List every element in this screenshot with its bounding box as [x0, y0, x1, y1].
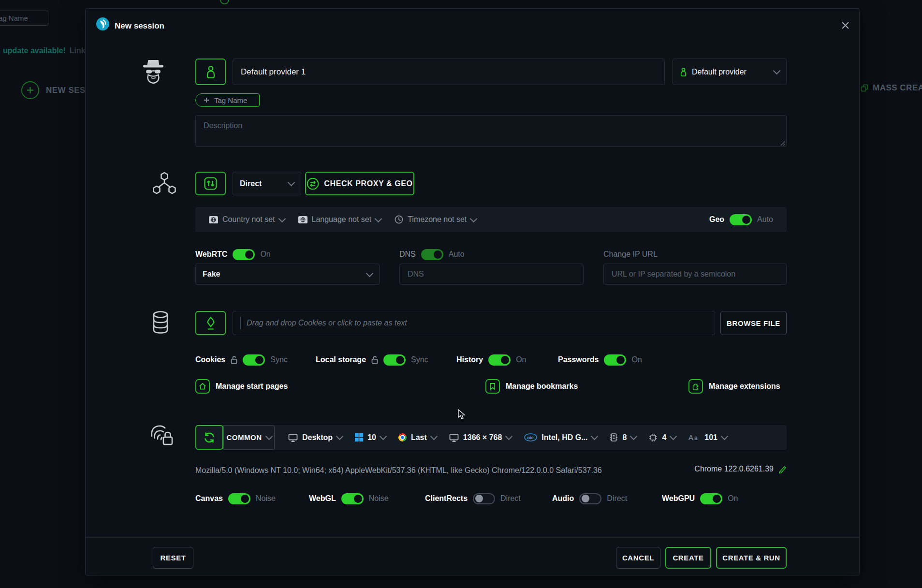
language-dropdown[interactable]: Language not set — [298, 215, 381, 224]
create-and-run-button[interactable]: CREATE & RUN — [716, 547, 787, 569]
browse-file-button[interactable]: BROWSE FILE — [720, 311, 787, 335]
history-toggle[interactable] — [488, 354, 511, 366]
passwords-toggle-group: Passwords On — [558, 353, 642, 366]
canvas-toggle[interactable] — [228, 493, 250, 504]
fingerprint-section-icon — [149, 423, 175, 447]
passwords-state: On — [631, 355, 642, 364]
mass-creation-background-button[interactable]: MASS CREATION — [861, 83, 922, 93]
cancel-button[interactable]: CANCEL — [616, 547, 660, 569]
cancel-label: CANCEL — [622, 554, 654, 562]
cpu-dropdown[interactable]: 4 — [649, 433, 676, 442]
create-button[interactable]: CREATE — [665, 547, 711, 569]
globe-icon — [298, 216, 307, 223]
geo-toggle[interactable] — [730, 214, 752, 225]
webgl-toggle[interactable] — [341, 493, 364, 504]
background-partial-icon — [220, 0, 229, 4]
local-storage-state: Sync — [411, 355, 428, 364]
fingerprint-preset-dropdown[interactable]: COMMON — [223, 425, 275, 450]
chevron-down-icon — [265, 433, 273, 441]
svg-text:intel: intel — [527, 435, 535, 440]
home-icon — [195, 379, 210, 394]
proxy-section-icon — [153, 172, 176, 194]
cpu-label: 4 — [662, 433, 666, 442]
user-agent-text: Mozilla/5.0 (Windows NT 10.0; Win64; x64… — [195, 466, 602, 475]
svg-text:A: A — [688, 433, 693, 441]
webgl-state: Noise — [369, 494, 389, 503]
reset-button[interactable]: RESET — [153, 547, 193, 569]
windows-icon — [355, 433, 363, 441]
refresh-icon — [203, 431, 216, 444]
description-textarea[interactable] — [195, 115, 787, 147]
manage-extensions-label: Manage extensions — [709, 382, 780, 391]
webrtc-toggle[interactable] — [233, 249, 255, 260]
country-dropdown[interactable]: Country not set — [209, 215, 285, 224]
chevron-down-icon — [721, 433, 729, 441]
audio-state: Direct — [607, 494, 627, 503]
proxy-mode-label: Direct — [240, 179, 262, 188]
manage-bookmarks-button[interactable]: Manage bookmarks — [485, 379, 578, 394]
close-icon[interactable] — [839, 19, 851, 31]
footer-divider — [86, 537, 859, 538]
proxy-mode-dropdown[interactable]: Direct — [233, 172, 301, 195]
puzzle-icon — [688, 379, 703, 394]
add-tag-button[interactable]: Tag Name — [195, 93, 260, 107]
reset-label: RESET — [160, 554, 186, 562]
plus-circle-icon — [21, 81, 39, 99]
manage-start-pages-label: Manage start pages — [216, 382, 288, 391]
background-tag-name-input[interactable]: ag Name — [0, 11, 48, 26]
dns-label: DNS — [399, 250, 416, 259]
gpu-dropdown[interactable]: intel Intel, HD G... — [524, 433, 597, 442]
new-session-background-button[interactable]: NEW SESS — [21, 81, 91, 99]
device-type-label: Desktop — [302, 433, 333, 442]
create-and-run-label: CREATE & RUN — [722, 554, 780, 562]
ram-label: 8 — [622, 433, 627, 442]
fonts-dropdown[interactable]: Aa 101 — [688, 433, 727, 442]
cookies-drop-zone[interactable]: Drag and drop Cookies or click to paste … — [233, 311, 715, 335]
mass-creation-label: MASS CREATION — [873, 83, 922, 93]
webrtc-mode-dropdown[interactable]: Fake — [195, 264, 380, 285]
regenerate-fingerprint-button[interactable] — [195, 425, 223, 450]
browser-version-dropdown[interactable]: Last — [398, 433, 437, 442]
manage-start-pages-button[interactable]: Manage start pages — [195, 379, 288, 394]
resize-handle[interactable] — [780, 141, 786, 146]
chevron-down-icon — [278, 215, 286, 222]
provider-dropdown-label: Default provider — [692, 68, 769, 76]
os-version-dropdown[interactable]: 10 — [355, 433, 386, 442]
plus-icon — [204, 97, 209, 103]
update-link[interactable]: Link — [70, 46, 86, 55]
ram-icon — [610, 433, 618, 442]
edit-pencil-icon[interactable] — [778, 465, 787, 473]
local-storage-toggle[interactable] — [383, 354, 406, 366]
canvas-state: Noise — [256, 494, 276, 503]
new-session-background-label: NEW SESS — [46, 86, 91, 95]
manage-extensions-button[interactable]: Manage extensions — [688, 379, 780, 394]
fonts-icon: Aa — [688, 433, 700, 441]
webgpu-toggle[interactable] — [700, 493, 722, 504]
clientrects-state: Direct — [500, 494, 521, 503]
proxy-type-button[interactable] — [195, 172, 226, 195]
audio-toggle[interactable] — [579, 493, 601, 504]
unlock-icon — [231, 355, 237, 364]
profile-type-button[interactable] — [195, 59, 226, 85]
fonts-label: 101 — [704, 433, 717, 442]
check-proxy-geo-button[interactable]: CHECK PROXY & GEO — [305, 172, 414, 195]
chevron-down-icon — [336, 433, 344, 441]
ram-dropdown[interactable]: 8 — [610, 433, 636, 442]
resolution-dropdown[interactable]: 1366 × 768 — [449, 433, 512, 442]
session-name-input[interactable] — [233, 59, 665, 85]
webgpu-label: WebGPU — [662, 494, 695, 503]
passwords-toggle[interactable] — [604, 354, 626, 366]
timezone-dropdown[interactable]: Timezone not set — [395, 215, 476, 224]
background-tag-name-text: ag Name — [0, 14, 28, 22]
passwords-label: Passwords — [558, 355, 599, 364]
cookies-paste-button[interactable] — [195, 311, 226, 335]
cookies-toggle[interactable] — [243, 354, 265, 366]
os-version-label: 10 — [367, 433, 376, 442]
change-ip-url-input[interactable] — [603, 264, 787, 285]
local-storage-label: Local storage — [316, 355, 366, 364]
dns-input[interactable] — [399, 264, 584, 285]
clientrects-toggle[interactable] — [473, 493, 495, 504]
dns-toggle[interactable] — [421, 249, 443, 260]
device-type-dropdown[interactable]: Desktop — [288, 433, 342, 442]
provider-dropdown[interactable]: Default provider — [673, 59, 787, 85]
